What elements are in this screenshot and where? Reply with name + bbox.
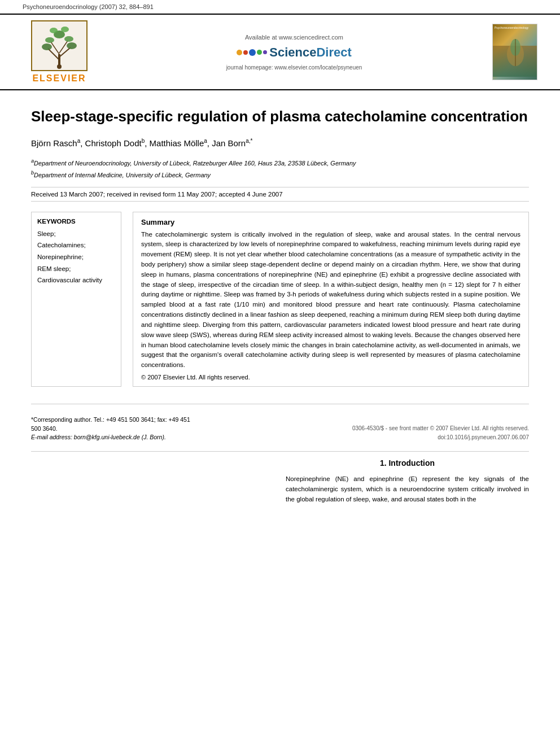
copyright: © 2007 Elsevier Ltd. All rights reserved… (141, 374, 520, 381)
svg-point-8 (45, 37, 54, 43)
affiliation-2: bDepartment of Internal Medicine, Univer… (31, 169, 529, 180)
journal-cover-image: Psychoneuroendocrinology (492, 24, 537, 80)
section-divider (31, 404, 529, 404)
journal-citation: Psychoneuroendocrinology (2007) 32, 884–… (0, 0, 560, 14)
affiliations: aDepartment of Neuroendocrinology, Unive… (31, 158, 529, 180)
intro-left-col (31, 457, 274, 504)
footnote-left: *Corresponding author. Tel.: +49 451 500… (31, 416, 200, 442)
main-content: Sleep-stage-specific regulation of plasm… (0, 90, 560, 521)
corresponding-email: E-mail address: born@kfg.uni-luebeck.de … (31, 433, 200, 442)
summary-text: The catecholaminergic system is critical… (141, 230, 520, 370)
svg-point-13 (57, 64, 62, 69)
footnote-right: 0306-4530/$ - see front matter © 2007 El… (352, 424, 529, 442)
keywords-column: KEYWORDS Sleep; Catecholamines; Norepine… (31, 212, 121, 387)
corresponding-author: *Corresponding author. Tel.: +49 451 500… (31, 416, 200, 434)
article-title: Sleep-stage-specific regulation of plasm… (31, 107, 529, 126)
svg-point-6 (42, 43, 52, 50)
abstract-section: KEYWORDS Sleep; Catecholamines; Norepine… (31, 212, 529, 387)
keywords-list: Sleep; Catecholamines; Norepinephrine; R… (37, 228, 115, 286)
journal-homepage-url: journal homepage: www.elsevier.com/locat… (96, 64, 492, 71)
keyword-3: Norepinephrine; (37, 251, 115, 263)
sciencedirect-banner: Available at www.sciencedirect.com Scien… (96, 34, 492, 71)
keyword-4: REM sleep; (37, 263, 115, 275)
intro-text: Norepinephrine (NE) and epinephrine (E) … (286, 474, 529, 504)
elsevier-logo: ELSEVIER (23, 20, 96, 84)
keywords-heading: KEYWORDS (37, 218, 115, 225)
keyword-2: Catecholamines; (37, 239, 115, 251)
sd-dots-icon (237, 49, 267, 56)
footnote-area: *Corresponding author. Tel.: +49 451 500… (31, 410, 529, 442)
intro-right-col: 1. Introduction Norepinephrine (NE) and … (286, 457, 529, 504)
journal-banner: ELSEVIER Available at www.sciencedirect.… (0, 14, 560, 90)
intro-heading: 1. Introduction (286, 457, 529, 470)
sciencedirect-logo: ScienceDirect (96, 45, 492, 60)
cover-decoration-icon (498, 36, 532, 69)
issn-line: 0306-4530/$ - see front matter © 2007 El… (352, 424, 529, 433)
introduction-section: 1. Introduction Norepinephrine (NE) and … (31, 457, 529, 504)
sciencedirect-wordmark: ScienceDirect (269, 45, 352, 60)
elsevier-wordmark: ELSEVIER (32, 73, 86, 84)
cover-journal-name: Psychoneuroendocrinology (495, 26, 528, 29)
svg-point-7 (67, 42, 77, 49)
keyword-5: Cardiovascular activity (37, 274, 115, 286)
svg-point-9 (64, 36, 73, 42)
intro-divider (31, 451, 529, 452)
authors: Björn Rascha, Christoph Dodtb, Matthias … (31, 137, 529, 150)
doi-line: doi:10.1016/j.psyneuen.2007.06.007 (352, 433, 529, 442)
available-at-text: Available at www.sciencedirect.com (96, 34, 492, 41)
svg-point-11 (50, 28, 58, 33)
summary-column: Summary The catecholaminergic system is … (133, 212, 529, 387)
elsevier-tree-icon (31, 20, 88, 71)
keyword-1: Sleep; (37, 228, 115, 240)
summary-heading: Summary (141, 218, 520, 226)
received-dates: Received 13 March 2007; received in revi… (31, 187, 529, 202)
affiliation-1: aDepartment of Neuroendocrinology, Unive… (31, 158, 529, 168)
svg-point-12 (61, 27, 69, 32)
